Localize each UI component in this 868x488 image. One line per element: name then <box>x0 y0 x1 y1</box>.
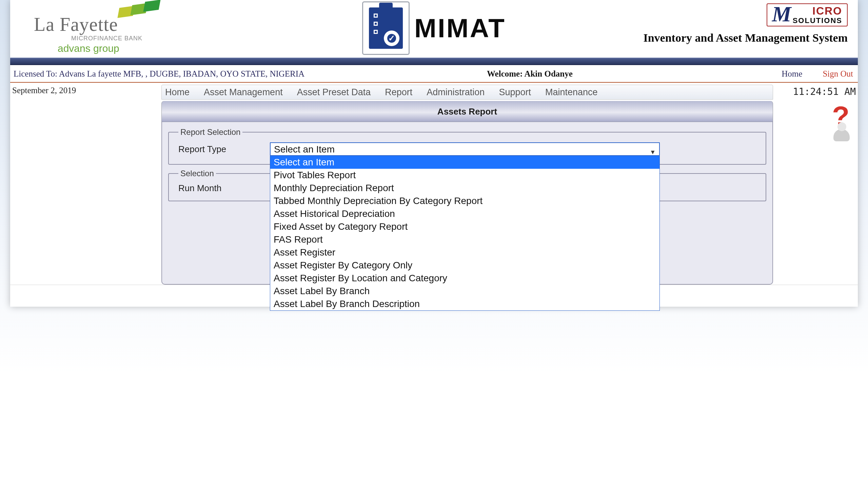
help-icon[interactable]: ? <box>829 104 856 141</box>
nav-report[interactable]: Report <box>385 88 412 97</box>
report-type-select[interactable]: Select an Item ▼ <box>270 142 660 156</box>
report-type-label: Report Type <box>175 145 270 154</box>
licensed-to: Licensed To: Advans La fayette MFB, , DU… <box>12 69 487 78</box>
nav-asset-mgmt[interactable]: Asset Management <box>204 88 283 97</box>
selection-legend: Selection <box>178 169 216 178</box>
nav-administration[interactable]: Administration <box>427 88 485 97</box>
report-type-dropdown: Select an Item Pivot Tables Report Month… <box>270 156 660 311</box>
clock: 11:24:51 AM <box>773 86 856 97</box>
panel-body: Report Selection Report Type Select an I… <box>161 122 773 285</box>
option-label-branch-desc[interactable]: Asset Label By Branch Description <box>270 298 659 310</box>
option-fas-report[interactable]: FAS Report <box>270 233 659 246</box>
micro-icro: ICRO <box>793 5 842 16</box>
logo-microsolutions: M ICRO SOLUTIONS Inventory and Asset Man… <box>643 3 848 45</box>
system-tagline: Inventory and Asset Management System <box>643 31 848 45</box>
logo-mimat: ✓ MIMAT <box>362 1 506 55</box>
option-register-location[interactable]: Asset Register By Location and Category <box>270 272 659 285</box>
run-month-label: Run Month <box>175 184 270 192</box>
sign-out-link[interactable]: Sign Out <box>823 69 853 78</box>
m-glyph-icon: M <box>772 5 791 23</box>
header-band: La Fayette MICROFINANCE BANK advans grou… <box>10 0 858 58</box>
main-nav: Home Asset Management Asset Preset Data … <box>161 85 773 100</box>
option-label-branch[interactable]: Asset Label By Branch <box>270 285 659 298</box>
clipboard-icon: ✓ <box>362 1 410 55</box>
report-type-value: Select an Item <box>274 144 335 155</box>
logo-lafayette: La Fayette MICROFINANCE BANK advans grou… <box>34 3 170 54</box>
option-tabbed-depreciation[interactable]: Tabbed Monthly Depreciation By Category … <box>270 195 659 207</box>
microsolutions-badge: M ICRO SOLUTIONS <box>767 3 848 26</box>
current-date: September 2, 2019 <box>12 86 161 95</box>
advans-text: advans group <box>58 43 170 54</box>
option-select-item[interactable]: Select an Item <box>270 156 659 169</box>
mimat-title: MIMAT <box>414 15 506 41</box>
info-bar: Licensed To: Advans La fayette MFB, , DU… <box>10 65 858 83</box>
option-register-category[interactable]: Asset Register By Category Only <box>270 259 659 272</box>
nav-asset-preset[interactable]: Asset Preset Data <box>297 88 371 97</box>
option-historical-dep[interactable]: Asset Historical Depreciation <box>270 207 659 220</box>
micro-solutions: SOLUTIONS <box>793 17 842 24</box>
nav-support[interactable]: Support <box>499 88 531 97</box>
report-selection-legend: Report Selection <box>178 128 242 136</box>
chevrons-icon <box>119 2 163 19</box>
option-pivot-tables[interactable]: Pivot Tables Report <box>270 169 659 182</box>
nav-home[interactable]: Home <box>165 88 190 97</box>
report-selection-group: Report Selection Report Type Select an I… <box>168 128 766 165</box>
header-divider <box>10 58 858 65</box>
welcome-user: Welcome: Akin Odanye <box>487 69 745 78</box>
option-monthly-depreciation[interactable]: Monthly Depreciation Report <box>270 182 659 195</box>
option-fixed-asset-category[interactable]: Fixed Asset by Category Report <box>270 220 659 233</box>
microfinance-text: MICROFINANCE BANK <box>71 35 170 41</box>
panel-title: Assets Report <box>161 101 773 122</box>
nav-maintenance[interactable]: Maintenance <box>545 88 598 97</box>
option-asset-register[interactable]: Asset Register <box>270 246 659 259</box>
home-link[interactable]: Home <box>782 69 802 78</box>
